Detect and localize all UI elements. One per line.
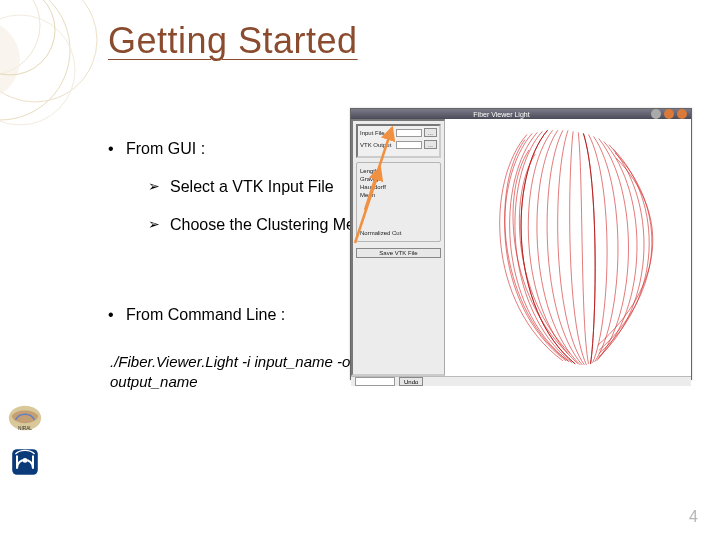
vtk-output-label: VTK Output — [360, 142, 394, 148]
brain-logo-icon: NIRAL — [6, 402, 44, 434]
slide-title: Getting Started — [108, 20, 358, 62]
window-maximize-icon[interactable] — [664, 109, 674, 119]
window-minimize-icon[interactable] — [651, 109, 661, 119]
svg-text:NIRAL: NIRAL — [18, 426, 32, 431]
cmd-heading: From Command Line : — [126, 306, 285, 323]
bullet-from-cmd: From Command Line : — [108, 306, 388, 324]
svg-point-4 — [0, 20, 20, 100]
svg-point-11 — [23, 458, 28, 463]
method-gravity[interactable]: Gravity — [360, 175, 437, 183]
window-title: Fiber Viewer Light — [355, 111, 648, 118]
clustering-method-box: Length Gravity Hausdorff Mean Normalized… — [356, 162, 441, 242]
input-file-field[interactable] — [396, 129, 422, 137]
window-titlebar: Fiber Viewer Light — [351, 109, 691, 119]
status-bar: Undo — [351, 376, 691, 386]
svg-point-0 — [0, 0, 70, 120]
fiber-canvas — [445, 119, 691, 376]
status-dropdown[interactable] — [355, 377, 395, 386]
save-vtk-button[interactable]: Save VTK File — [356, 248, 441, 258]
svg-point-2 — [0, 0, 40, 75]
body-text: From GUI : Select a VTK Input File Choos… — [108, 140, 388, 391]
na-mic-logo-icon — [6, 446, 44, 478]
command-line-example: ./Fiber.Viewer.Light -i input_name -o ou… — [110, 352, 388, 391]
bullet-from-gui: From GUI : Select a VTK Input File Choos… — [108, 140, 388, 234]
vtk-browse-button[interactable]: ... — [424, 140, 437, 149]
vtk-output-field[interactable] — [396, 141, 422, 149]
vtk-output-row: VTK Output ... — [360, 140, 437, 149]
browse-button[interactable]: ... — [424, 128, 437, 137]
method-length[interactable]: Length — [360, 167, 437, 175]
input-file-label: Input File — [360, 130, 394, 136]
gui-heading: From GUI : — [126, 140, 205, 157]
slide-number: 4 — [689, 508, 698, 526]
method-ncut[interactable]: Normalized Cut — [360, 229, 437, 237]
svg-point-3 — [0, 15, 75, 125]
method-mean[interactable]: Mean — [360, 191, 437, 199]
app-screenshot: Fiber Viewer Light Input File ... VTK Ou… — [350, 108, 692, 380]
input-file-row: Input File ... — [360, 128, 437, 137]
window-close-icon[interactable] — [677, 109, 687, 119]
app-body: Input File ... VTK Output ... Length Gra… — [351, 119, 691, 376]
undo-button[interactable]: Undo — [399, 377, 423, 386]
side-panel: Input File ... VTK Output ... Length Gra… — [351, 119, 445, 376]
footer-logos: NIRAL — [6, 402, 52, 490]
svg-point-1 — [0, 0, 97, 102]
svg-point-5 — [0, 0, 55, 75]
method-hausdorff[interactable]: Hausdorff — [360, 183, 437, 191]
